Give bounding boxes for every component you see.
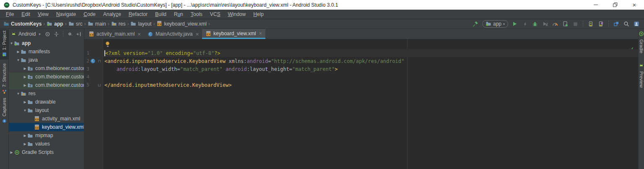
tree-item-app[interactable]: ▼app (9, 39, 84, 47)
project-view-selector[interactable]: Android (18, 31, 36, 37)
menu-refactor[interactable]: Refactor (125, 11, 151, 17)
tool-window-button-captures[interactable]: Captures (0, 97, 8, 126)
profile-button[interactable] (542, 21, 548, 27)
gutter-line-1[interactable]: 1 (84, 49, 103, 57)
build-hammer-button[interactable] (472, 21, 479, 27)
collapse-all-button[interactable] (53, 31, 60, 37)
code-line-2[interactable]: 2C<android.inputmethodservice.KeyboardVi… (84, 57, 638, 65)
tree-item-values[interactable]: ▶values (9, 140, 84, 148)
code-token: > (335, 66, 338, 72)
chevron-expanded-icon[interactable]: ▼ (9, 42, 14, 45)
code-content[interactable]: 1<?xml version="1.0" encoding="utf-8"?>2… (84, 49, 638, 89)
run-button[interactable] (512, 21, 518, 27)
menu-window[interactable]: Window (224, 11, 249, 17)
gutter-line-5[interactable]: 5 (84, 81, 103, 89)
search-button[interactable] (623, 21, 630, 27)
code-line-5[interactable]: 5</android.inputmethodservice.KeyboardVi… (84, 81, 638, 89)
run-configuration-selector[interactable]: app▾ (482, 20, 508, 28)
tree-item-keyboard-view-xml[interactable]: keyboard_view.xml (9, 123, 84, 131)
close-button[interactable]: × (625, 0, 644, 10)
profiler-gauge-button[interactable] (552, 21, 558, 27)
tree-item-drawable[interactable]: ▶drawable (9, 98, 84, 106)
chevron-collapsed-icon[interactable]: ▶ (23, 75, 27, 79)
gutter-line-3[interactable]: 3 (84, 65, 103, 73)
debug-button[interactable] (532, 21, 538, 27)
tab-close-icon[interactable]: × (138, 31, 141, 37)
intention-bulb-icon[interactable] (106, 42, 109, 45)
chevron-expanded-icon[interactable]: ▼ (16, 92, 21, 96)
tool-window-button-1-project[interactable]: 1: Project (0, 30, 8, 60)
attach-debugger-button[interactable] (562, 21, 569, 27)
chevron-collapsed-icon[interactable]: ▶ (23, 142, 27, 146)
menu-navigate[interactable]: Navigate (52, 11, 80, 17)
menu-view[interactable]: View (34, 11, 52, 17)
minimize-button[interactable] (586, 0, 605, 10)
menu-code[interactable]: Code (80, 11, 99, 17)
fold-marker-icon[interactable] (96, 84, 102, 86)
breadcrumb-layout[interactable]: layout (130, 21, 151, 28)
tool-window-button-7-structure[interactable]: 7: Structure (0, 62, 8, 97)
breadcrumb-app[interactable]: app (47, 21, 63, 28)
gutter-line-4[interactable]: 4 (84, 73, 103, 81)
tool-window-button-gradle[interactable]: Gradle (639, 30, 644, 54)
chevron-expanded-icon[interactable]: ▼ (16, 58, 21, 62)
apply-changes-button[interactable] (522, 21, 528, 27)
gradle-icon (14, 149, 20, 155)
tree-item-java[interactable]: ▼java (9, 56, 84, 64)
tree-item-mipmap[interactable]: ▶mipmap (9, 131, 84, 140)
avd-manager-button[interactable] (587, 21, 594, 27)
menu-tools[interactable]: Tools (187, 11, 206, 17)
tree-item-com-thebioneer-custom[interactable]: ▶com.thebioneer.custom (9, 64, 84, 73)
fold-marker-icon[interactable] (96, 60, 102, 62)
code-line-4[interactable]: 4 (84, 73, 638, 81)
code-editor[interactable]: 1<?xml version="1.0" encoding="utf-8"?>2… (84, 39, 638, 169)
tab-close-icon[interactable]: × (259, 30, 262, 36)
chevron-collapsed-icon[interactable]: ▶ (23, 83, 27, 87)
gutter-line-2[interactable]: 2C (84, 57, 103, 65)
locate-button[interactable] (44, 31, 51, 37)
tree-item-layout[interactable]: ▼layout (9, 106, 84, 114)
menu-vcs[interactable]: VCS (206, 11, 224, 17)
chevron-collapsed-icon[interactable]: ▶ (16, 50, 21, 54)
settings-gear-button[interactable] (67, 31, 73, 37)
code-line-3[interactable]: 3 android:layout_width="match_parent" an… (84, 65, 638, 73)
stop-button[interactable] (572, 21, 579, 27)
tree-item-com-thebioneer-custom[interactable]: ▶com.thebioneer.custom (9, 81, 84, 89)
tab-activity-main-xml[interactable]: activity_main.xml× (85, 29, 144, 39)
sync-project-button[interactable] (613, 21, 620, 27)
tab-close-icon[interactable]: × (195, 31, 199, 37)
code-line-1[interactable]: 1<?xml version="1.0" encoding="utf-8"?> (84, 49, 638, 57)
breadcrumb-res[interactable]: res (111, 21, 126, 28)
tree-item-gradle-scripts[interactable]: ▶Gradle Scripts (9, 148, 84, 156)
menu-build[interactable]: Build (151, 11, 170, 17)
chevron-down-icon[interactable]: ▾ (39, 32, 40, 36)
chevron-expanded-icon[interactable]: ▼ (23, 109, 27, 112)
chevron-collapsed-icon[interactable]: ▶ (9, 151, 14, 154)
menu-run[interactable]: Run (170, 11, 187, 17)
hide-panel-button[interactable] (75, 31, 82, 37)
tree-item-activity-main-xml[interactable]: activity_main.xml (9, 114, 84, 123)
folder-icon (130, 21, 136, 28)
tree-item-com-thebioneer-custom[interactable]: ▶com.thebioneer.custom (9, 73, 84, 81)
chevron-collapsed-icon[interactable]: ▶ (23, 67, 27, 70)
breadcrumb-src[interactable]: src (68, 21, 83, 28)
restore-icon (613, 3, 618, 7)
menu-file[interactable]: File (2, 11, 18, 17)
tool-window-button-preview[interactable]: Preview (639, 62, 644, 88)
menu-help[interactable]: Help (249, 11, 267, 17)
tab-keyboard-view-xml[interactable]: keyboard_view.xml× (202, 29, 265, 39)
tree-item-res[interactable]: ▼res (9, 89, 84, 98)
tree-item-manifests[interactable]: ▶manifests (9, 47, 84, 56)
sdk-manager-button[interactable] (597, 21, 604, 27)
menu-analyze[interactable]: Analyze (99, 11, 125, 17)
breadcrumb-keyboard-view-xml[interactable]: keyboard_view.xml (156, 21, 206, 28)
chevron-collapsed-icon[interactable]: ▶ (23, 100, 27, 104)
breadcrumb-customkeys[interactable]: CustomKeys (3, 21, 42, 28)
breadcrumb-main[interactable]: main (88, 21, 106, 28)
chevron-collapsed-icon[interactable]: ▶ (23, 134, 27, 138)
device-monitor-button[interactable] (633, 21, 640, 27)
tab-mainactivity-java[interactable]: CMainActivity.java× (144, 29, 202, 39)
menu-edit[interactable]: Edit (18, 11, 34, 17)
restore-button[interactable] (605, 0, 625, 10)
gutter-class-icon[interactable]: C (89, 58, 96, 64)
